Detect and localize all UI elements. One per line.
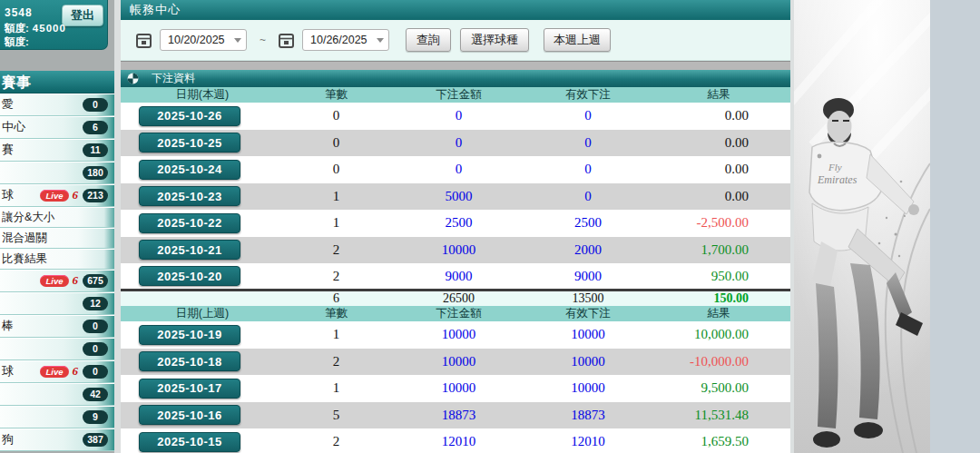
- credit-line-2: 額度:: [5, 35, 33, 49]
- date-button[interactable]: 2025-10-15: [139, 432, 240, 452]
- select-sport-button[interactable]: 選擇球種: [460, 28, 529, 52]
- credit-line-1: 額度:45000: [5, 22, 66, 35]
- date-cell: 2025-10-20: [121, 263, 284, 291]
- count-badge: 0: [83, 98, 108, 112]
- count-badge: 675: [83, 274, 108, 288]
- sidebar-item-6[interactable]: 混合過關: [0, 228, 114, 249]
- column-header: 筆數: [284, 306, 388, 321]
- sidebar-item-7[interactable]: 比賽結果: [0, 249, 114, 270]
- table-row: 2025-10-191100001000010,000.00: [121, 321, 790, 349]
- sidebar-item-10[interactable]: 棒0: [0, 315, 114, 338]
- calendar-icon[interactable]: [279, 33, 294, 48]
- count-badge: 0: [83, 365, 108, 379]
- credit-value: 45000: [33, 23, 66, 34]
- amount-cell: 10000: [388, 375, 529, 402]
- valid-cell: 18873: [529, 402, 647, 429]
- column-header: 日期(本週): [121, 87, 284, 103]
- amount-cell: 2500: [388, 210, 529, 237]
- date-cell: 2025-10-22: [121, 210, 284, 237]
- date-cell: 2025-10-24: [121, 156, 284, 183]
- date-from-input[interactable]: 10/20/2025: [160, 29, 247, 51]
- sidebar-item-label: 中心: [2, 119, 25, 135]
- amount-cell: 18873: [388, 402, 529, 429]
- count-cell: 1: [284, 321, 388, 349]
- table-row: 2025-10-231500000.00: [121, 183, 790, 211]
- date-button[interactable]: 2025-10-22: [139, 213, 240, 233]
- date-button[interactable]: 2025-10-20: [139, 266, 240, 286]
- sidebar-item-4[interactable]: 球Live6213: [0, 184, 114, 207]
- valid-cell: 9000: [529, 263, 647, 291]
- date-cell: 2025-10-17: [121, 375, 284, 402]
- count-cell: 2: [284, 349, 388, 376]
- date-to-input[interactable]: 10/26/2025: [302, 29, 389, 51]
- date-button[interactable]: 2025-10-16: [139, 405, 240, 425]
- sidebar: 賽事 愛0中心6賽11180球Live6213讓分&大小混合過關比賽結果Live…: [0, 71, 114, 451]
- count-badge: 0: [83, 320, 108, 333]
- live-count: 6: [73, 364, 79, 379]
- calendar-icon[interactable]: [136, 33, 152, 48]
- date-button[interactable]: 2025-10-21: [139, 240, 240, 260]
- count-cell: 5: [284, 402, 388, 429]
- amount-cell: 10000: [388, 321, 529, 349]
- sidebar-item-label: 讓分&大小: [2, 210, 54, 225]
- date-button[interactable]: 2025-10-17: [139, 379, 240, 399]
- amount-cell: 0: [388, 156, 529, 183]
- count-cell: 1: [284, 210, 388, 237]
- amount-cell: 0: [388, 103, 529, 130]
- column-header: 有效下注: [529, 306, 647, 321]
- week-toggle-button[interactable]: 本週上週: [544, 28, 611, 52]
- count-cell: 0: [284, 103, 388, 130]
- date-cell: 2025-10-15: [121, 428, 284, 453]
- sidebar-item-0[interactable]: 愛0: [0, 94, 114, 116]
- date-cell: 2025-10-16: [121, 402, 284, 429]
- date-button[interactable]: 2025-10-25: [139, 133, 240, 153]
- date-cell: 2025-10-19: [121, 321, 284, 349]
- logout-button[interactable]: 登出: [62, 5, 103, 26]
- divider-band: [121, 61, 790, 70]
- result-cell: 1,659.50: [647, 428, 790, 453]
- bets-table: 日期(本週)筆數下注金額有效下注結果2025-10-260000.002025-…: [121, 87, 790, 453]
- sidebar-item-11[interactable]: 0: [0, 338, 114, 360]
- table-row: 2025-10-250000.00: [121, 130, 790, 157]
- result-cell: 0.00: [647, 103, 790, 130]
- amount-cell: 0: [388, 130, 529, 157]
- jersey-text-line1: Fly: [828, 162, 842, 172]
- date-button[interactable]: 2025-10-19: [139, 325, 240, 345]
- result-cell: 0.00: [647, 130, 790, 157]
- valid-cell: 0: [529, 103, 647, 130]
- table-row: 2025-10-22125002500-2,500.00: [121, 210, 790, 237]
- count-badge: 213: [83, 189, 108, 202]
- date-cell: 2025-10-25: [121, 130, 284, 157]
- sidebar-item-9[interactable]: 12: [0, 292, 114, 315]
- filter-panel: 10/20/2025 ~ 10/26/2025 查詢 選擇球種 本週上週: [121, 20, 790, 61]
- date-button[interactable]: 2025-10-26: [139, 106, 240, 126]
- sidebar-item-label: 狗: [2, 431, 14, 448]
- result-cell: -10,000.00: [647, 349, 790, 376]
- sidebar-item-3[interactable]: 180: [0, 162, 114, 184]
- amount-cell: 12010: [388, 428, 529, 453]
- sidebar-item-15[interactable]: 狗387: [0, 428, 114, 451]
- sidebar-item-14[interactable]: 9: [0, 406, 114, 428]
- search-button[interactable]: 查詢: [406, 28, 451, 52]
- sidebar-item-5[interactable]: 讓分&大小: [0, 207, 114, 228]
- result-cell: -2,500.00: [647, 210, 790, 237]
- chevron-down-icon: [234, 38, 241, 43]
- sidebar-item-13[interactable]: 42: [0, 383, 114, 406]
- date-button[interactable]: 2025-10-23: [139, 186, 240, 206]
- live-badge: Live: [40, 275, 68, 287]
- table-header-row: 日期(本週)筆數下注金額有效下注結果: [121, 87, 790, 103]
- table-row: 2025-10-1821000010000-10,000.00: [121, 349, 790, 376]
- sidebar-item-2[interactable]: 賽11: [0, 139, 114, 162]
- sidebar-item-1[interactable]: 中心6: [0, 116, 114, 139]
- sidebar-item-12[interactable]: 球Live60: [0, 360, 114, 383]
- table-row: 2025-10-17110000100009,500.00: [121, 375, 790, 402]
- date-button[interactable]: 2025-10-18: [139, 351, 240, 371]
- sidebar-item-8[interactable]: Live6675: [0, 270, 114, 292]
- count-badge: 180: [83, 166, 108, 180]
- sidebar-item-label: 愛: [2, 96, 14, 113]
- count-badge: 0: [83, 342, 108, 356]
- date-button[interactable]: 2025-10-24: [139, 160, 240, 180]
- valid-cell: 10000: [529, 349, 647, 376]
- valid-cell: 10000: [529, 321, 647, 349]
- account-box: 3548 登出 額度:45000 額度:: [0, 0, 108, 50]
